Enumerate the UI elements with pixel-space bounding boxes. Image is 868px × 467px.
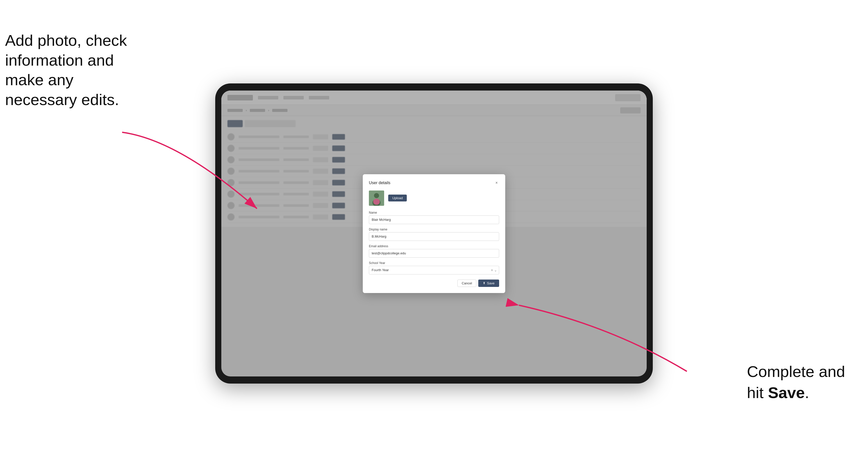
display-name-label: Display name xyxy=(369,228,499,231)
school-year-field-group: School Year × ⌄ xyxy=(369,261,499,275)
save-icon: ⬆ xyxy=(483,281,486,285)
modal-overlay: User details × xyxy=(221,91,647,376)
save-button[interactable]: ⬆ Save xyxy=(478,280,499,287)
annotation-left-line1: Add photo, check xyxy=(5,32,127,49)
annotation-left: Add photo, check information and make an… xyxy=(5,31,127,110)
name-field-group: Name xyxy=(369,211,499,224)
svg-point-1 xyxy=(374,193,379,198)
name-input[interactable] xyxy=(369,215,499,224)
email-input[interactable] xyxy=(369,249,499,258)
annotation-left-line2: information and xyxy=(5,51,114,69)
save-button-label: Save xyxy=(487,281,495,285)
display-name-input[interactable] xyxy=(369,232,499,241)
school-year-input[interactable] xyxy=(369,266,499,275)
annotation-right-line2: hit xyxy=(747,384,768,401)
name-label: Name xyxy=(369,211,499,214)
modal-footer: Cancel ⬆ Save xyxy=(369,280,499,287)
annotation-right-bold: Save xyxy=(768,384,805,401)
photo-preview xyxy=(369,190,384,206)
annotation-left-line4: necessary edits. xyxy=(5,91,119,108)
school-year-select-wrapper: × ⌄ xyxy=(369,266,499,275)
tablet-frame: › › xyxy=(215,84,653,383)
tablet-screen: › › xyxy=(221,91,647,376)
modal-title: User details xyxy=(369,181,390,185)
user-photo-svg xyxy=(369,190,384,206)
email-field-group: Email address xyxy=(369,244,499,258)
school-year-label: School Year xyxy=(369,261,499,265)
user-details-modal: User details × xyxy=(363,174,505,293)
annotation-right-end: . xyxy=(805,384,809,401)
modal-close-button[interactable]: × xyxy=(494,180,499,185)
cancel-button[interactable]: Cancel xyxy=(457,280,476,287)
email-label: Email address xyxy=(369,244,499,248)
svg-point-3 xyxy=(373,199,380,205)
annotation-left-line3: make any xyxy=(5,71,73,89)
modal-header: User details × xyxy=(369,180,499,185)
annotation-right: Complete and hit Save. xyxy=(747,361,845,403)
annotation-right-line1: Complete and xyxy=(747,363,845,380)
upload-photo-button[interactable]: Upload xyxy=(388,195,407,201)
display-name-field-group: Display name xyxy=(369,228,499,241)
photo-section: Upload xyxy=(369,190,499,206)
